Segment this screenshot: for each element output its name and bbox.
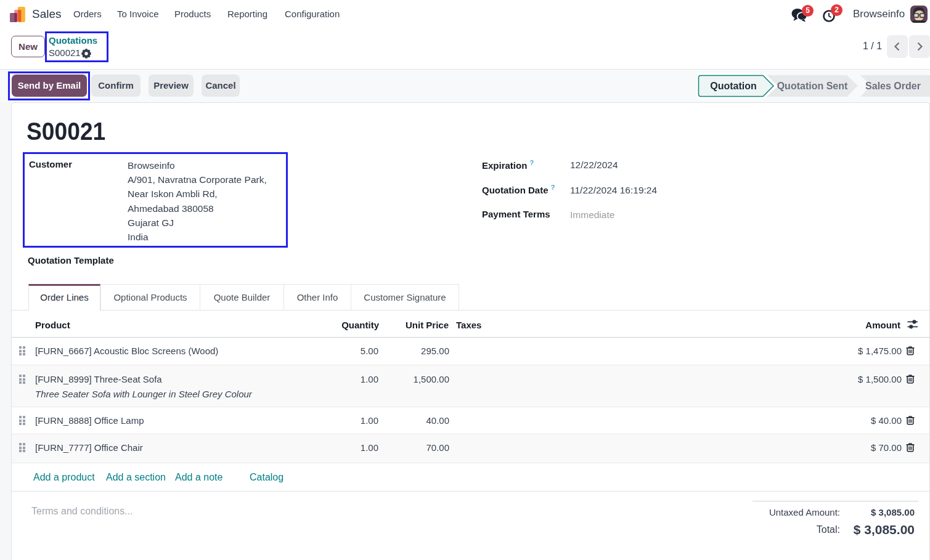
svg-text:Sales Order: Sales Order (865, 81, 921, 91)
svg-text:Quotation: Quotation (710, 81, 757, 91)
svg-text:Quotation Sent: Quotation Sent (777, 81, 848, 91)
